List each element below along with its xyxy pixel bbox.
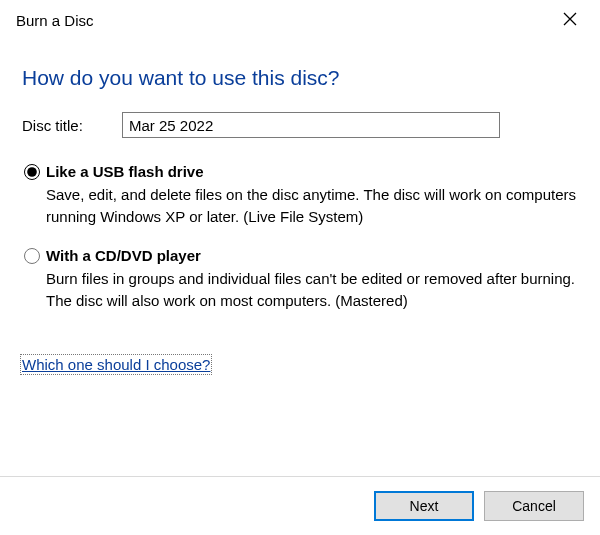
option-description: Save, edit, and delete files on the disc… — [46, 184, 578, 228]
option-cd-dvd-player[interactable]: With a CD/DVD player Burn files in group… — [22, 246, 578, 312]
radio-wrap — [24, 162, 46, 183]
option-usb-flash-drive[interactable]: Like a USB flash drive Save, edit, and d… — [22, 162, 578, 228]
cancel-button[interactable]: Cancel — [484, 491, 584, 521]
radio-cd-dvd-player[interactable] — [24, 248, 40, 264]
radio-usb-flash-drive[interactable] — [24, 164, 40, 180]
option-text: Like a USB flash drive Save, edit, and d… — [46, 162, 578, 228]
dialog-footer: Next Cancel — [0, 476, 600, 535]
option-title: Like a USB flash drive — [46, 162, 578, 182]
titlebar: Burn a Disc — [0, 0, 600, 40]
disc-title-label: Disc title: — [22, 117, 122, 134]
next-button[interactable]: Next — [374, 491, 474, 521]
radio-wrap — [24, 246, 46, 267]
option-description: Burn files in groups and individual file… — [46, 268, 578, 312]
burn-disc-dialog: Burn a Disc How do you want to use this … — [0, 0, 600, 535]
close-button[interactable] — [548, 5, 592, 35]
window-title: Burn a Disc — [16, 12, 94, 29]
dialog-content: How do you want to use this disc? Disc t… — [0, 40, 600, 476]
close-icon — [563, 12, 577, 29]
option-text: With a CD/DVD player Burn files in group… — [46, 246, 578, 312]
help-link-which-one[interactable]: Which one should I choose? — [22, 356, 210, 373]
disc-title-row: Disc title: — [22, 112, 578, 138]
dialog-heading: How do you want to use this disc? — [22, 66, 578, 90]
disc-title-input[interactable] — [122, 112, 500, 138]
option-title: With a CD/DVD player — [46, 246, 578, 266]
